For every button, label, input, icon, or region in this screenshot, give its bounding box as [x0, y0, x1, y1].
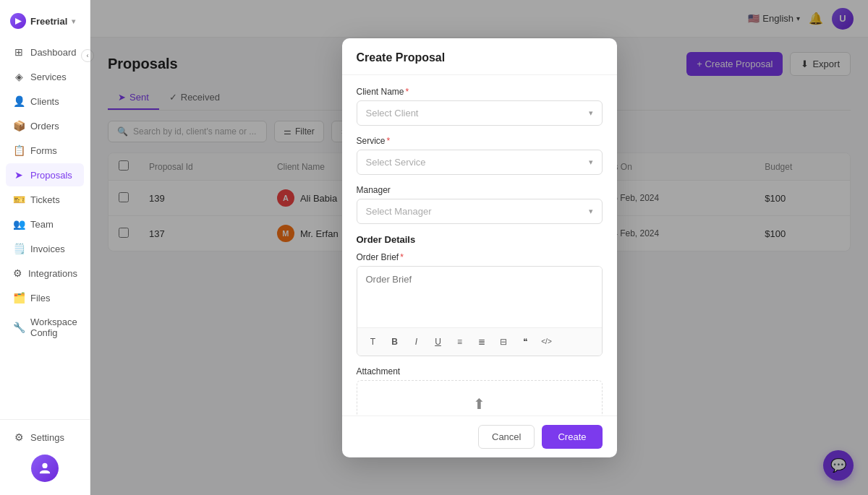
chevron-down-icon: ▾ [589, 158, 593, 167]
sidebar-item-label: Team [30, 219, 54, 230]
client-name-label: Client Name* [357, 87, 603, 97]
orders-icon: 📦 [13, 120, 25, 132]
manager-select[interactable]: Select Manager ▾ [357, 199, 603, 224]
create-proposal-modal: Create Proposal Client Name* Select Clie… [342, 38, 617, 457]
app-logo[interactable]: Freetrial ▾ [0, 7, 90, 40]
modal-title: Create Proposal [357, 51, 603, 64]
order-brief-toolbar: T B I U ≡ ≣ ⊟ ❝ </> [357, 327, 602, 356]
attachment-label: Attachment [357, 366, 603, 376]
order-brief-wrapper: T B I U ≡ ≣ ⊟ ❝ </> [357, 266, 603, 356]
attachment-dropzone[interactable]: ⬆ Click to upload or Drag and drop PNG, … [357, 380, 603, 416]
service-select[interactable]: Select Service ▾ [357, 150, 603, 175]
files-icon: 🗂️ [13, 292, 25, 304]
sidebar-item-forms[interactable]: 📋 Forms [6, 139, 84, 162]
sidebar-item-label: Dashboard [30, 47, 77, 58]
sidebar-item-label: Services [30, 72, 67, 82]
service-group: Service* Select Service ▾ [357, 136, 603, 175]
sidebar-item-dashboard[interactable]: ⊞ Dashboard [6, 40, 84, 64]
sidebar-item-label: Orders [30, 121, 59, 132]
image-tool[interactable]: ⊟ [495, 333, 512, 350]
order-details-group: Order Details Order Brief* T B I U ≡ ≣ [357, 234, 603, 356]
order-details-title: Order Details [357, 234, 603, 245]
sidebar-item-label: Files [30, 293, 50, 304]
unordered-list-tool[interactable]: ≡ [451, 333, 469, 350]
proposals-icon: ➤ [13, 169, 25, 181]
sidebar-item-team[interactable]: 👥 Team [6, 212, 84, 236]
logo-icon [10, 13, 26, 29]
invoices-icon: 🗒️ [13, 243, 25, 254]
svg-point-0 [42, 463, 47, 468]
sidebar-item-label: Tickets [30, 194, 60, 205]
text-format-tool[interactable]: T [365, 333, 382, 350]
app-name: Freetrial [30, 16, 67, 27]
sidebar-item-label: Forms [30, 145, 57, 156]
attachment-group: Attachment ⬆ Click to upload or Drag and… [357, 366, 603, 416]
sidebar-item-orders[interactable]: 📦 Orders [6, 114, 84, 137]
modal-overlay[interactable]: Create Proposal Client Name* Select Clie… [90, 0, 868, 495]
sidebar-item-workspace[interactable]: 🔧 Workspace Config [6, 311, 84, 344]
sidebar: Freetrial ▾ ⊞ Dashboard ◈ Services 👤 Cli… [0, 0, 90, 495]
sidebar-item-label: Integrations [28, 268, 77, 279]
manager-label: Manager [357, 185, 603, 195]
dashboard-icon: ⊞ [13, 46, 25, 58]
manager-select-placeholder: Select Manager [366, 206, 432, 217]
modal-body: Client Name* Select Client ▾ Service* Se… [342, 75, 617, 416]
modal-footer: Cancel Create [342, 416, 617, 457]
upload-icon: ⬆ [372, 395, 587, 413]
tickets-icon: 🎫 [13, 194, 25, 205]
manager-group: Manager Select Manager ▾ [357, 185, 603, 224]
team-icon: 👥 [13, 218, 25, 230]
sidebar-item-proposals[interactable]: ➤ Proposals [6, 163, 84, 186]
sidebar-item-settings[interactable]: ⚙ Settings [6, 426, 84, 449]
sidebar-item-label: Invoices [30, 244, 65, 254]
order-brief-label: Order Brief* [357, 252, 603, 262]
user-avatar-bottom [31, 455, 59, 482]
chevron-down-icon: ▾ [589, 108, 593, 118]
sidebar-item-label: Clients [30, 96, 59, 107]
client-select[interactable]: Select Client ▾ [357, 100, 603, 126]
dropdown-icon: ▾ [72, 17, 75, 25]
sidebar-item-services[interactable]: ◈ Services [6, 65, 84, 88]
sidebar-nav: ⊞ Dashboard ◈ Services 👤 Clients 📦 Order… [0, 40, 90, 419]
underline-tool[interactable]: U [430, 333, 447, 350]
sidebar-settings: ⚙ Settings [0, 419, 90, 488]
settings-label: Settings [30, 432, 64, 443]
settings-icon: ⚙ [13, 431, 25, 443]
sidebar-item-label: Workspace Config [30, 317, 77, 338]
modal-header: Create Proposal [342, 38, 617, 75]
sidebar-item-files[interactable]: 🗂️ Files [6, 286, 84, 309]
bold-tool[interactable]: B [386, 333, 404, 350]
client-name-group: Client Name* Select Client ▾ [357, 87, 603, 126]
service-select-placeholder: Select Service [366, 157, 426, 168]
order-brief-input[interactable] [357, 267, 602, 324]
sidebar-item-label: Proposals [30, 170, 72, 181]
ordered-list-tool[interactable]: ≣ [473, 333, 490, 350]
forms-icon: 📋 [13, 145, 25, 156]
sidebar-item-integrations[interactable]: ⚙ Integrations [6, 262, 84, 285]
integrations-icon: ⚙ [13, 267, 22, 279]
services-icon: ◈ [13, 71, 25, 82]
quote-tool[interactable]: ❝ [516, 333, 534, 350]
workspace-icon: 🔧 [13, 322, 25, 333]
clients-icon: 👤 [13, 95, 25, 107]
sidebar-item-tickets[interactable]: 🎫 Tickets [6, 188, 84, 211]
cancel-button[interactable]: Cancel [478, 425, 535, 449]
code-tool[interactable]: </> [538, 333, 556, 350]
service-label: Service* [357, 136, 603, 146]
sidebar-item-invoices[interactable]: 🗒️ Invoices [6, 237, 84, 260]
main-content: 🇺🇸 English ▾ 🔔 U Proposals + Create Prop… [90, 0, 868, 495]
sidebar-item-clients[interactable]: 👤 Clients [6, 90, 84, 113]
italic-tool[interactable]: I [408, 333, 425, 350]
chevron-down-icon: ▾ [589, 207, 593, 216]
create-button[interactable]: Create [542, 425, 602, 449]
client-select-placeholder: Select Client [366, 108, 419, 119]
